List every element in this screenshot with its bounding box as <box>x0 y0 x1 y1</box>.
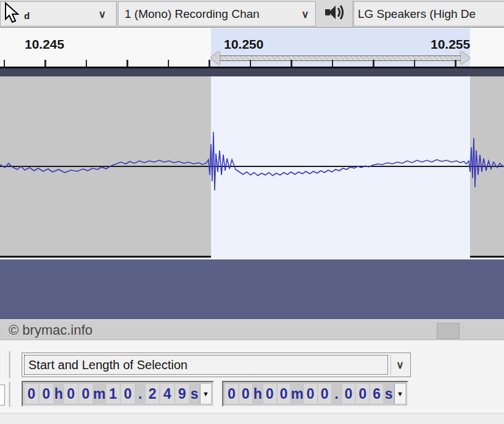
partial-control <box>0 385 5 406</box>
recording-device-dropdown[interactable]: d ∨ <box>0 1 117 26</box>
selection-length-time-display[interactable]: 00h00m00.006s▼ <box>222 381 408 407</box>
audacity-window: d ∨ 1 (Mono) Recording Chan ∨ LG Speaker… <box>0 0 504 424</box>
time-cell[interactable]: 0 <box>39 384 53 404</box>
time-cell[interactable]: 0 <box>79 384 93 404</box>
selection-mode-focus-box: Start and Length of Selection <box>24 355 388 375</box>
toolbar-grip[interactable] <box>8 351 10 378</box>
time-cell[interactable]: h <box>253 384 263 404</box>
waveform-track[interactable]: 10,000 RPM! <box>0 76 504 258</box>
time-cell[interactable]: . <box>135 384 145 404</box>
time-cell[interactable]: m <box>291 384 303 404</box>
time-cell[interactable]: 0 <box>121 384 134 404</box>
waveform-plot <box>0 76 504 258</box>
scrollbar-thumb[interactable] <box>437 323 460 339</box>
time-format-dropdown-icon[interactable]: ▼ <box>394 384 405 404</box>
time-cell[interactable]: 1 <box>106 384 120 404</box>
time-cell[interactable]: 0 <box>304 384 317 404</box>
time-cell[interactable]: 2 <box>146 384 159 404</box>
time-cell[interactable]: 6 <box>370 384 383 404</box>
bottom-strip <box>0 413 504 424</box>
timeline-label: 10.255 <box>431 37 470 52</box>
time-format-dropdown-icon[interactable]: ▼ <box>200 384 211 404</box>
track-panel-background <box>0 259 504 319</box>
time-cell[interactable]: 0 <box>318 384 331 404</box>
waveform-line <box>0 132 504 190</box>
device-label-fragment: d <box>24 10 30 21</box>
chevron-down-icon: ∨ <box>302 8 309 21</box>
time-cell[interactable]: 0 <box>225 384 238 404</box>
channel-dropdown-label: 1 (Mono) Recording Chan <box>125 7 260 21</box>
output-dropdown-label: LG Speakers (High De <box>358 7 476 21</box>
time-cell[interactable]: 0 <box>342 384 355 404</box>
timeline-ruler[interactable]: 10.245 10.250 10.255 <box>0 28 504 67</box>
time-cell[interactable]: 0 <box>263 384 276 404</box>
time-cell[interactable]: . <box>332 384 342 404</box>
selection-mode-dropdown[interactable]: Start and Length of Selection ∨ <box>22 353 411 377</box>
chevron-down-icon[interactable]: ∨ <box>390 354 409 375</box>
selection-mode-label: Start and Length of Selection <box>28 358 188 372</box>
mouse-cursor-icon <box>1 2 22 26</box>
playback-device-section <box>317 0 353 27</box>
time-cell[interactable]: 0 <box>356 384 369 404</box>
toolbar-grip[interactable] <box>8 382 10 407</box>
device-toolbar: d ∨ 1 (Mono) Recording Chan ∨ LG Speaker… <box>0 0 504 28</box>
time-cell[interactable]: 0 <box>278 384 291 404</box>
selection-toolbar: Start and Length of Selection ∨ 00h00m10… <box>0 340 504 424</box>
time-cell[interactable]: s <box>189 384 199 404</box>
watermark-bar: © brymac.info <box>0 319 504 340</box>
time-cell[interactable]: 4 <box>160 384 174 404</box>
playback-device-dropdown[interactable]: LG Speakers (High De <box>353 1 504 26</box>
timeline-ticks <box>0 60 504 67</box>
time-cell[interactable]: s <box>384 384 394 404</box>
time-cell[interactable]: h <box>54 384 64 404</box>
watermark-text: © brymac.info <box>9 322 93 338</box>
selection-start-time-display[interactable]: 00h00m10.249s▼ <box>22 381 214 407</box>
time-cell[interactable]: 0 <box>25 384 38 404</box>
recording-channels-dropdown[interactable]: 1 (Mono) Recording Chan ∨ <box>118 1 316 26</box>
time-cell[interactable]: 0 <box>239 384 252 404</box>
ruler-bottom-edge <box>0 67 504 76</box>
chevron-down-icon: ∨ <box>99 8 106 21</box>
time-cell[interactable]: 0 <box>64 384 78 404</box>
time-cell[interactable]: 9 <box>175 384 189 404</box>
time-cell[interactable]: m <box>93 384 105 404</box>
timeline-label: 10.245 <box>25 37 64 52</box>
speaker-icon <box>324 3 345 24</box>
timeline-label: 10.250 <box>224 37 263 52</box>
